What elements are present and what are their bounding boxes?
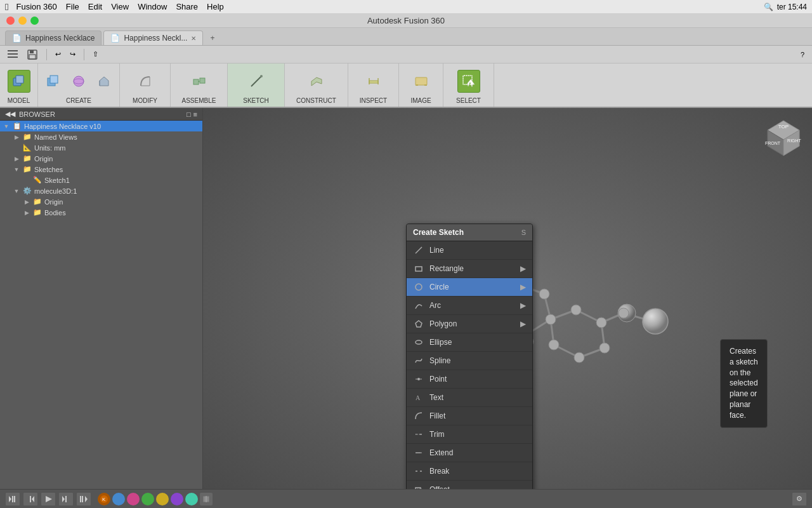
timeline-icon-1[interactable] bbox=[112, 493, 125, 505]
step-back-button[interactable] bbox=[23, 492, 38, 506]
browser-menu-icon[interactable]: ≡ bbox=[193, 110, 197, 118]
viewport-canvas[interactable]: TOP FRONT RIGHT Create Sketch S Line Rec… bbox=[203, 108, 812, 489]
timeline-icon-5[interactable] bbox=[171, 493, 183, 505]
menu-item-circle[interactable]: Circle ▶ bbox=[407, 278, 532, 297]
play-start-button[interactable] bbox=[5, 492, 20, 506]
tab-1[interactable]: 📄 Happiness Neckl... ✕ bbox=[103, 30, 203, 45]
save-button[interactable] bbox=[24, 48, 41, 62]
select-button[interactable] bbox=[457, 70, 480, 93]
view-cube[interactable]: TOP FRONT RIGHT bbox=[761, 114, 806, 159]
undo-button[interactable]: ↩ bbox=[53, 49, 63, 60]
sketch-create-button[interactable] bbox=[245, 70, 268, 93]
menu-view[interactable]: View bbox=[111, 2, 129, 11]
tab-0[interactable]: 📄 Happiness Necklace bbox=[5, 30, 102, 45]
tree-item[interactable]: ▶ 📁 Named Views bbox=[0, 131, 202, 142]
menu-item-text[interactable]: A Text bbox=[407, 389, 532, 407]
fillet-icon bbox=[413, 410, 424, 422]
create-extrude-button[interactable] bbox=[93, 70, 115, 93]
timeline-icon-4[interactable] bbox=[156, 493, 169, 505]
menu-edit[interactable]: Edit bbox=[88, 2, 102, 11]
redo-button[interactable]: ↪ bbox=[67, 49, 78, 60]
image-button[interactable] bbox=[410, 70, 433, 93]
tree-item[interactable]: ✏️ Sketch1 bbox=[0, 175, 202, 185]
timeline-icon-2[interactable] bbox=[127, 493, 140, 505]
create-sphere-button[interactable] bbox=[67, 70, 90, 93]
browser-sidebar: ◀◀ BROWSER □ ≡ ▼ 📋 Happiness Necklace v1… bbox=[0, 108, 203, 489]
menu-item-arc[interactable]: Arc ▶ bbox=[407, 297, 532, 315]
menu-item-offset[interactable]: Offset bbox=[407, 481, 532, 489]
svg-rect-19 bbox=[369, 81, 378, 83]
tree-item[interactable]: 📐 Units: mm bbox=[0, 142, 202, 153]
browser-expand-icon[interactable]: □ bbox=[187, 110, 191, 118]
menu-toggle-button[interactable] bbox=[5, 49, 20, 60]
menu-item-trim[interactable]: Trim bbox=[407, 425, 532, 444]
minimize-button[interactable] bbox=[18, 17, 27, 25]
model-mode-button[interactable] bbox=[8, 70, 30, 93]
menu-help[interactable]: Help bbox=[207, 2, 224, 11]
main-content: ◀◀ BROWSER □ ≡ ▼ 📋 Happiness Necklace v1… bbox=[0, 108, 812, 489]
svg-point-58 bbox=[571, 305, 581, 315]
modify-fillet-button[interactable] bbox=[134, 70, 157, 93]
3d-viewport[interactable]: TOP FRONT RIGHT Create Sketch S Line Rec… bbox=[203, 108, 812, 489]
tab-close-1[interactable]: ✕ bbox=[191, 35, 196, 42]
ribbon-section-select: SELECT bbox=[443, 64, 494, 107]
menu-item-rect[interactable]: Rectangle ▶ bbox=[407, 260, 532, 278]
menu-item-ellipse[interactable]: Ellipse bbox=[407, 333, 532, 352]
share-button[interactable]: ⇧ bbox=[90, 49, 101, 60]
menu-item-extend[interactable]: Extend bbox=[407, 444, 532, 462]
tree-item[interactable]: ▶ 📁 Bodies bbox=[0, 207, 202, 218]
menu-item-break[interactable]: Break bbox=[407, 462, 532, 481]
menu-fusion360[interactable]: Fusion 360 bbox=[16, 2, 56, 11]
svg-text:K: K bbox=[102, 497, 106, 502]
spotlight-icon[interactable]: 🔍 bbox=[764, 3, 773, 11]
extend-icon bbox=[413, 447, 424, 458]
svg-text:RIGHT: RIGHT bbox=[787, 138, 802, 143]
svg-rect-127 bbox=[65, 496, 67, 502]
keyframe-icon[interactable]: K bbox=[98, 493, 110, 505]
menu-file[interactable]: File bbox=[66, 2, 79, 11]
tab-add-button[interactable]: + bbox=[205, 31, 219, 45]
ribbon-section-create: CREATE bbox=[38, 64, 120, 107]
menu-share[interactable]: Share bbox=[176, 2, 198, 11]
play-end-button[interactable] bbox=[76, 492, 91, 506]
svg-marker-123 bbox=[32, 496, 34, 502]
play-button[interactable] bbox=[41, 492, 56, 506]
browser-header: ◀◀ BROWSER □ ≡ bbox=[0, 108, 202, 121]
menu-window[interactable]: Window bbox=[138, 2, 167, 11]
apple-menu[interactable]:  bbox=[5, 1, 8, 12]
svg-rect-121 bbox=[12, 496, 13, 502]
tree-item[interactable]: ▼ 📋 Happiness Necklace v10 bbox=[0, 121, 202, 131]
separator-1 bbox=[46, 49, 47, 60]
window-title: Autodesk Fusion 360 bbox=[367, 16, 445, 25]
construct-label: CONSTRUCT bbox=[296, 96, 336, 104]
tree-item[interactable]: ▶ 📁 Origin bbox=[0, 196, 202, 207]
svg-rect-77 bbox=[416, 267, 422, 271]
menu-item-polygon[interactable]: Polygon ▶ bbox=[407, 315, 532, 333]
assemble-joint-button[interactable] bbox=[188, 70, 211, 93]
create-new-body-button[interactable] bbox=[42, 70, 65, 93]
titlebar: Autodesk Fusion 360 bbox=[0, 14, 812, 28]
construct-plane-button[interactable] bbox=[305, 70, 328, 93]
close-button[interactable] bbox=[6, 17, 15, 25]
svg-rect-124 bbox=[30, 496, 31, 502]
polygon-icon bbox=[413, 318, 424, 330]
timeline-icon-3[interactable] bbox=[141, 493, 154, 505]
inspect-measure-button[interactable] bbox=[362, 70, 385, 93]
timeline-icon-7[interactable] bbox=[200, 493, 213, 505]
menu-item-label: Trim bbox=[429, 430, 445, 439]
menu-item-line[interactable]: Line bbox=[407, 241, 532, 260]
tree-item[interactable]: ▼ 📁 Sketches bbox=[0, 164, 202, 175]
step-forward-button[interactable] bbox=[58, 492, 74, 506]
tree-item[interactable]: ▶ 📁 Origin bbox=[0, 153, 202, 164]
svg-rect-4 bbox=[30, 50, 34, 53]
menu-item-point[interactable]: Point bbox=[407, 370, 532, 389]
tree-item[interactable]: ▼ ⚙️ molecule3D:1 bbox=[0, 185, 202, 196]
maximize-button[interactable] bbox=[30, 17, 39, 25]
ribbon-section-construct: CONSTRUCT bbox=[285, 64, 348, 107]
menu-item-spline[interactable]: Spline bbox=[407, 352, 532, 370]
timeline-icon-6[interactable] bbox=[185, 493, 198, 505]
menu-item-fillet[interactable]: Fillet bbox=[407, 407, 532, 425]
browser-collapse-icon[interactable]: ◀◀ bbox=[5, 110, 15, 118]
settings-button[interactable]: ⚙ bbox=[792, 492, 807, 506]
help-button[interactable]: ? bbox=[798, 50, 807, 60]
